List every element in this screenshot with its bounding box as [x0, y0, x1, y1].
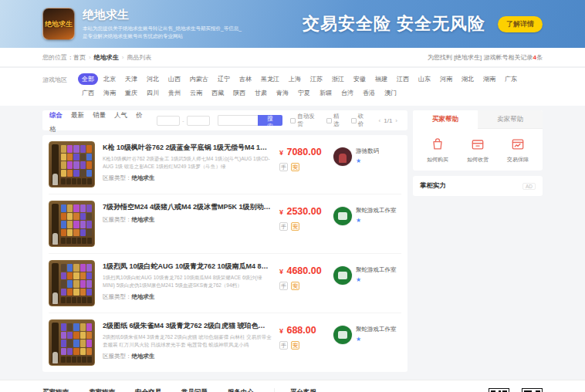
- filter-checkbox[interactable]: 砍价: [351, 113, 370, 128]
- sort-option[interactable]: 最新: [71, 111, 84, 119]
- help-tab-seller[interactable]: 卖家帮助: [478, 110, 543, 129]
- seller-name[interactable]: 聚蛇游戏工作室: [356, 207, 397, 215]
- region-option[interactable]: 江苏: [306, 73, 326, 85]
- filter-checkbox[interactable]: 精选: [326, 113, 345, 128]
- listing-description: K枪10级枫叶谷762 2级鎏金工 1级武5级人师七M4 1级冶(斗气)AUG …: [103, 155, 272, 171]
- listing-row[interactable]: K枪 10级枫叶谷762 2级蓝金平底锅 1级无偿号M4 1级蛟龙沉沦玛斯AU.…: [49, 135, 401, 194]
- region-option[interactable]: 全部: [78, 73, 98, 85]
- prev-page-button[interactable]: ‹: [376, 117, 384, 124]
- checkbox-box[interactable]: [290, 118, 296, 123]
- region-option[interactable]: 四川: [143, 87, 163, 99]
- region-option[interactable]: 河北: [143, 73, 163, 85]
- listing-thumbnail[interactable]: [49, 260, 95, 306]
- thumbnail-bottom-row: [61, 178, 92, 184]
- region-option[interactable]: 广西: [78, 87, 98, 99]
- listing-title[interactable]: K枪 10级枫叶谷762 2级蓝金平底锅 1级无偿号M4 1级蛟龙沉沦玛斯AU.…: [103, 143, 272, 153]
- listing-thumbnail[interactable]: [49, 141, 95, 188]
- region-option[interactable]: 新疆: [316, 87, 336, 99]
- region-option[interactable]: 河南: [436, 73, 456, 85]
- checkbox-box[interactable]: [351, 118, 357, 123]
- region-option[interactable]: 广东: [501, 73, 521, 85]
- next-page-button[interactable]: ›: [392, 117, 401, 124]
- checkbox-box[interactable]: [326, 118, 332, 123]
- listing-thumbnail[interactable]: [49, 319, 95, 366]
- price-max-input[interactable]: [187, 116, 210, 126]
- listing-thumbnail[interactable]: [49, 201, 95, 247]
- thumbnail-character: [52, 174, 58, 185]
- seller-avatar[interactable]: [333, 207, 352, 225]
- listing-title[interactable]: 1级烈凤 10级白蛇AUG 10级青龙762 10级南瓜M4 8级荣耀ACE 6…: [103, 262, 272, 272]
- region-option[interactable]: 安徽: [350, 73, 370, 85]
- region-option[interactable]: 澳门: [380, 87, 401, 99]
- listing-tags: 手安: [279, 341, 333, 350]
- listing-server-type: 区服类型：绝地求生: [103, 174, 272, 182]
- listing-title[interactable]: 2级图纸 6级朱雀M4 3级青龙762 2级白虎猫 琥珀色烟雾弹 柏林柱 交..…: [103, 321, 272, 331]
- region-option[interactable]: 台湾: [337, 87, 357, 99]
- breadcrumb-home[interactable]: 首页: [73, 53, 86, 62]
- filter-checkbox[interactable]: 自动发货: [290, 113, 320, 128]
- footer-column: 常见问题如何充值: [181, 388, 208, 392]
- region-option[interactable]: 宁夏: [294, 87, 314, 99]
- help-tab-buyer[interactable]: 买家帮助: [413, 110, 478, 129]
- search-button[interactable]: 搜索: [258, 115, 282, 126]
- region-option[interactable]: 辽宁: [214, 73, 234, 85]
- region-option[interactable]: 青海: [272, 87, 292, 99]
- region-option[interactable]: 江西: [393, 73, 413, 85]
- seller-avatar[interactable]: [333, 326, 352, 344]
- shop-strength-panel: 掌柜实力 AD: [413, 176, 543, 196]
- sort-option[interactable]: 人气: [114, 111, 127, 119]
- region-option[interactable]: 西藏: [208, 87, 228, 99]
- seller-avatar[interactable]: [333, 266, 352, 285]
- region-option[interactable]: 云南: [186, 87, 206, 99]
- region-option[interactable]: 福建: [371, 73, 391, 85]
- qr-code: [489, 388, 509, 392]
- listing-title[interactable]: 7级孙悟空M24 4级猪八戒M4 2级冰雪MP5K 1级别动钓鱼-S1897 猪…: [103, 202, 272, 212]
- seller-rating-star: ★: [356, 217, 397, 224]
- region-option[interactable]: 黑龙江: [257, 73, 283, 85]
- seller-name[interactable]: 聚蛇游戏工作室: [356, 326, 397, 333]
- region-option[interactable]: 海南: [100, 87, 120, 99]
- keyword-input[interactable]: [218, 115, 258, 126]
- listing-row[interactable]: 2级图纸 6级朱雀M4 3级青龙762 2级白虎猫 琥珀色烟雾弹 柏林柱 交..…: [49, 313, 401, 372]
- region-option[interactable]: 内蒙古: [186, 73, 212, 85]
- region-option[interactable]: 上海: [285, 73, 305, 85]
- region-option[interactable]: 山西: [164, 73, 184, 85]
- region-list: 全部北京天津河北山西内蒙古辽宁吉林黑龙江上海江苏浙江安徽福建江西山东河南湖北湖南…: [78, 73, 543, 101]
- listing-row[interactable]: 7级孙悟空M24 4级猪八戒M4 2级冰雪MP5K 1级别动钓鱼-S1897 猪…: [49, 194, 401, 254]
- help-item[interactable]: 如何购买: [427, 137, 448, 164]
- region-option[interactable]: 湖南: [479, 73, 499, 85]
- breadcrumb-separator: ›: [89, 54, 91, 61]
- footer-column-title: 卖家指南: [89, 388, 115, 392]
- region-option[interactable]: 浙江: [328, 73, 348, 85]
- sort-option[interactable]: 综合: [49, 111, 63, 119]
- breadcrumb-game[interactable]: 绝地求生: [94, 53, 119, 62]
- listing-tag: 手: [279, 163, 288, 171]
- price-min-input[interactable]: [157, 116, 180, 126]
- promo-detail-button[interactable]: 了解详情: [498, 16, 543, 32]
- region-option[interactable]: 甘肃: [251, 87, 271, 99]
- sort-option[interactable]: 销量: [93, 111, 106, 119]
- region-option[interactable]: 吉林: [235, 73, 255, 85]
- game-title: 绝地求生: [83, 8, 242, 22]
- region-option[interactable]: 北京: [100, 73, 120, 85]
- game-subtitle: 本站为您提供关于绝地求生账号转让出售_绝地求生号期买报价_等信息_ 是专业解决绝…: [83, 25, 242, 40]
- listing-tag: 安: [291, 341, 299, 350]
- seller-avatar[interactable]: [333, 147, 352, 166]
- seller-name[interactable]: 聚蛇游戏工作室: [356, 266, 397, 274]
- thumbnail-bottom-row: [61, 297, 92, 303]
- region-option[interactable]: 香港: [359, 87, 379, 99]
- footer: 买家指南如何注册卖家指南如何出售安全交易防骗指南常见问题如何充值服务中心投诉建议…: [0, 380, 585, 392]
- bag-icon: [430, 137, 445, 152]
- region-option[interactable]: 山东: [414, 73, 435, 85]
- listing-row[interactable]: 1级烈凤 10级白蛇AUG 10级青龙762 10级南瓜M4 8级荣耀ACE 6…: [49, 254, 401, 313]
- region-option[interactable]: 重庆: [121, 87, 141, 99]
- region-option[interactable]: 湖北: [458, 73, 478, 85]
- region-option[interactable]: 陕西: [229, 87, 249, 99]
- region-option[interactable]: 贵州: [164, 87, 184, 99]
- help-item[interactable]: 如何收货: [467, 137, 489, 164]
- region-option[interactable]: 天津: [121, 73, 141, 85]
- seller-rating-star: ★: [356, 276, 397, 283]
- seller-name[interactable]: 游驰数码: [356, 147, 379, 155]
- help-item[interactable]: 交易保障: [507, 137, 529, 164]
- listings-panel: K枪 10级枫叶谷762 2级蓝金平底锅 1级无偿号M4 1级蛟龙沉沦玛斯AU.…: [42, 135, 407, 372]
